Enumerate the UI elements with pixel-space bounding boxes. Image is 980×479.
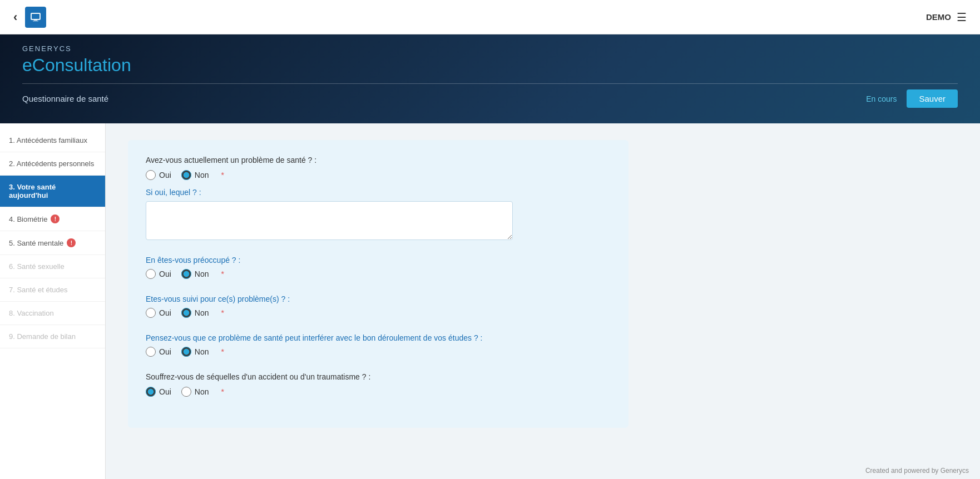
topbar-right: DEMO ☰ [926,11,967,24]
header-actions: En cours Sauver [866,89,958,108]
content-area: Avez-vous actuellement un problème de sa… [106,123,980,479]
brand-name: GENERYCS [22,44,958,53]
subfield-block: Si oui, lequel ? : [146,188,611,240]
sante-mentale-alert-dot: ! [67,238,76,247]
radio-label-oui-3: Oui [159,308,171,317]
option-non-5[interactable]: Non [181,387,209,397]
radio-oui-1[interactable] [146,170,156,180]
radio-label-non-2: Non [195,270,209,278]
main-layout: 1. Antécédents familiaux 2. Antécédents … [0,123,980,479]
app-icon [25,7,46,28]
header-bottom: Questionnaire de santé En cours Sauver [22,84,958,116]
option-oui-2[interactable]: Oui [146,269,171,279]
biometrie-alert-dot: ! [51,214,60,223]
svg-rect-3 [33,21,38,22]
subfield-textarea[interactable] [146,201,513,240]
radio-label-oui-2: Oui [159,270,171,278]
question-label-1: Avez-vous actuellement un problème de sa… [146,156,611,164]
footer-label: Created and powered by Generycs [865,467,969,475]
sidebar-item-antecedents-personnels[interactable]: 2. Antécédents personnels [0,152,105,176]
question-label-3: Etes-vous suivi pour ce(s) problème(s) ?… [146,295,611,303]
question-sequelles: Souffrez-vous de séquelles d'un accident… [146,372,611,397]
radio-label-non-4: Non [195,347,209,356]
sidebar-item-label: 9. Demande de bilan [9,332,76,341]
radio-non-5[interactable] [181,387,191,397]
status-label: En cours [866,94,897,103]
sidebar-item-demande-bilan: 9. Demande de bilan [0,325,105,348]
radio-group-3: Oui Non * [146,308,611,318]
sidebar-item-votre-sante[interactable]: 3. Votre santé aujourd'hui [0,176,105,207]
sidebar-item-label: 2. Antécédents personnels [9,159,94,168]
sidebar-item-sante-etudes: 7. Santé et études [0,278,105,302]
radio-oui-4[interactable] [146,347,156,357]
required-star-2: * [221,270,224,278]
title-prefix: e [22,55,32,75]
header-banner: GENERYCS eConsultation Questionnaire de … [0,34,980,123]
radio-label-oui-4: Oui [159,347,171,356]
topbar-left: ‹ [13,7,46,28]
sidebar-item-label: 8. Vaccination [9,309,54,317]
subfield-label: Si oui, lequel ? : [146,188,611,197]
question-preoccupe: En êtes-vous préoccupé ? : Oui Non * [146,256,611,279]
svg-rect-1 [32,14,39,19]
radio-group-5: Oui Non * [146,387,611,397]
radio-group-1: Oui Non * [146,170,611,180]
radio-label-oui-1: Oui [159,171,171,179]
sidebar-item-label: 3. Votre santé aujourd'hui [9,183,96,199]
option-oui-4[interactable]: Oui [146,347,171,357]
radio-oui-5[interactable] [146,387,156,397]
radio-non-3[interactable] [181,308,191,318]
radio-non-1[interactable] [181,170,191,180]
question-interferer: Pensez-vous que ce problème de santé peu… [146,333,611,357]
topbar: ‹ DEMO ☰ [0,0,980,34]
required-star-4: * [221,347,224,356]
title-suffix: Consultation [32,55,131,75]
sidebar-item-sante-sexuelle: 6. Santé sexuelle [0,255,105,278]
option-non-4[interactable]: Non [181,347,209,357]
radio-oui-3[interactable] [146,308,156,318]
question-label-4: Pensez-vous que ce problème de santé peu… [146,333,611,342]
sidebar-item-label: 6. Santé sexuelle [9,262,65,271]
sidebar-item-label: 1. Antécédents familiaux [9,136,87,144]
back-button[interactable]: ‹ [13,10,17,24]
questionnaire-label: Questionnaire de santé [22,94,108,103]
question-label-5: Souffrez-vous de séquelles d'un accident… [146,372,611,381]
save-button[interactable]: Sauver [907,89,958,108]
demo-label: DEMO [926,12,951,22]
radio-non-4[interactable] [181,347,191,357]
radio-label-non-1: Non [195,171,209,179]
required-star-3: * [221,308,224,317]
sidebar-item-antecedents-familiaux[interactable]: 1. Antécédents familiaux [0,129,105,152]
sidebar: 1. Antécédents familiaux 2. Antécédents … [0,123,106,479]
radio-non-2[interactable] [181,269,191,279]
sidebar-item-biometrie[interactable]: 4. Biométrie ! [0,207,105,231]
sidebar-item-sante-mentale[interactable]: 5. Santé mentale ! [0,231,105,255]
page-footer: Created and powered by Generycs [865,467,969,475]
form-card: Avez-vous actuellement un problème de sa… [128,140,628,428]
radio-label-non-3: Non [195,308,209,317]
option-non-2[interactable]: Non [181,269,209,279]
option-non-3[interactable]: Non [181,308,209,318]
radio-group-2: Oui Non * [146,269,611,279]
option-non-1[interactable]: Non [181,170,209,180]
question-label-2: En êtes-vous préoccupé ? : [146,256,611,265]
question-probleme-sante: Avez-vous actuellement un problème de sa… [146,156,611,240]
question-suivi: Etes-vous suivi pour ce(s) problème(s) ?… [146,295,611,318]
sidebar-item-vaccination: 8. Vaccination [0,302,105,325]
menu-icon[interactable]: ☰ [957,11,967,24]
radio-label-oui-5: Oui [159,387,171,396]
required-star-1: * [221,171,224,179]
sidebar-item-label: 5. Santé mentale [9,239,63,247]
sidebar-item-label: 4. Biométrie [9,215,47,223]
sidebar-item-label: 7. Santé et études [9,286,68,294]
svg-rect-2 [34,19,37,21]
required-star-5: * [221,387,224,396]
radio-oui-2[interactable] [146,269,156,279]
option-oui-5[interactable]: Oui [146,387,171,397]
radio-label-non-5: Non [195,387,209,396]
option-oui-3[interactable]: Oui [146,308,171,318]
option-oui-1[interactable]: Oui [146,170,171,180]
radio-group-4: Oui Non * [146,347,611,357]
app-title: eConsultation [22,55,958,76]
